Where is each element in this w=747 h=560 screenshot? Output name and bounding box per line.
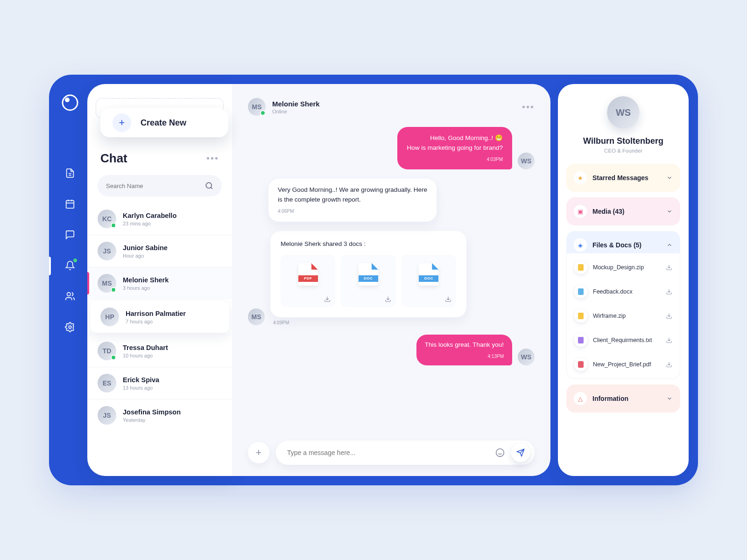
create-new-button[interactable]: + Create New [100, 108, 228, 137]
accordion-label: Media (43) [592, 208, 661, 215]
star-icon: ★ [574, 171, 587, 184]
calendar-icon[interactable] [65, 199, 75, 209]
contact-time: 13 hours ago [123, 385, 222, 391]
search-icon [205, 182, 213, 190]
file-name: Client_Requirments.txt [593, 337, 660, 343]
search-input[interactable] [106, 182, 192, 189]
notification-dot [73, 259, 77, 262]
file-row[interactable]: Mockup_Design.zip [567, 255, 680, 280]
file-icon: ◈ [574, 238, 587, 252]
download-icon[interactable] [445, 296, 451, 302]
nav-icons [65, 168, 75, 332]
download-icon[interactable] [666, 313, 672, 319]
contact-name: Harrison Palmatier [126, 310, 219, 317]
people-icon[interactable] [65, 291, 75, 301]
info-panel: WS Wilburn Stoltenberg CEO & Founder ★ S… [558, 84, 689, 476]
online-dot [260, 110, 266, 116]
file-row[interactable]: Feedback.docx [567, 280, 680, 304]
accordion-media[interactable]: ▣ Media (43) [566, 197, 680, 225]
settings-icon[interactable] [65, 322, 75, 332]
contact-time: Hour ago [123, 253, 222, 259]
chevron-down-icon [666, 175, 673, 181]
doc-tile[interactable]: DOC [402, 255, 456, 307]
contact-item[interactable]: KC Karlyn Carabello23 mins ago [87, 203, 232, 235]
messages: Hello, Good Morning..! 😁 How is marketin… [248, 127, 535, 433]
avatar: MS [98, 274, 116, 293]
file-row[interactable]: Client_Requirments.txt [567, 328, 680, 352]
avatar: HP [100, 308, 119, 326]
emoji-icon[interactable] [492, 444, 508, 461]
info-name: Wilburn Stoltenberg [583, 136, 663, 146]
shared-docs-card: Melonie Sherk shared 3 docs : PDF DOC DO… [270, 231, 466, 317]
download-icon[interactable] [385, 296, 391, 302]
accordion-information[interactable]: △ Information [566, 385, 680, 413]
avatar: WS [518, 153, 535, 169]
file-type-icon [574, 334, 587, 347]
contact-item[interactable]: TD Tressa Duhart10 hours ago [87, 335, 232, 367]
download-icon[interactable] [666, 361, 672, 368]
attach-button[interactable]: + [248, 442, 269, 463]
svg-point-4 [69, 326, 71, 329]
alert-icon: △ [574, 392, 587, 405]
more-icon[interactable]: ••• [522, 102, 535, 112]
download-icon[interactable] [324, 296, 331, 302]
image-icon: ▣ [574, 205, 587, 218]
files-list: Mockup_Design.zip Feedback.docx Wirframe… [566, 253, 680, 379]
accordion-label: Starred Messages [592, 174, 661, 182]
file-type-icon [574, 309, 587, 322]
bell-icon[interactable] [65, 260, 75, 271]
chat-icon[interactable] [65, 230, 75, 240]
avatar: JS [98, 242, 116, 260]
contact-time: Yesterday [123, 417, 222, 423]
logo [61, 93, 79, 112]
send-button[interactable] [511, 443, 530, 462]
conversation-name: Melonie Sherk [272, 100, 515, 108]
contact-name: Junior Sabine [123, 244, 222, 252]
composer: + [248, 441, 535, 465]
contact-item[interactable]: ES Erick Spiva13 hours ago [87, 367, 232, 399]
nav-active-marker [49, 257, 51, 275]
message-in: Very Good Morning..! We are growing grad… [268, 179, 535, 221]
online-dot [111, 287, 116, 293]
download-icon[interactable] [666, 288, 672, 295]
message-bubble: Hello, Good Morning..! 😁 How is marketin… [397, 127, 512, 169]
download-icon[interactable] [666, 264, 672, 271]
avatar: KC [98, 210, 116, 228]
message-input-wrap[interactable] [276, 441, 535, 465]
app-window: + Create New Chat ••• KC Karlyn Carabell… [49, 75, 698, 485]
accordion-label: Information [592, 395, 661, 402]
more-icon[interactable]: ••• [206, 153, 219, 164]
message-input[interactable] [287, 449, 492, 456]
contact-item[interactable]: MS Melonie Sherk3 hours ago [87, 267, 232, 299]
message-time: 4:03PM [407, 156, 503, 163]
contact-name: Erick Spiva [123, 376, 222, 384]
message-out: This looks great. Thank you! 4:13PM WS [248, 335, 535, 365]
plus-icon: + [113, 113, 131, 132]
doc-tile[interactable]: DOC [341, 255, 395, 307]
doc-tile[interactable]: PDF [281, 255, 335, 307]
chevron-down-icon [666, 208, 673, 215]
chevron-down-icon [666, 395, 673, 402]
contact-item[interactable]: HP Harrison Palmatier7 hours ago [90, 301, 229, 333]
file-name: Mockup_Design.zip [593, 264, 660, 271]
message-text: Very Good Morning..! We are growing grad… [278, 186, 427, 203]
contact-item[interactable]: JS Josefina SimpsonYesterday [87, 399, 232, 431]
search-field[interactable] [98, 175, 222, 196]
accordion-starred[interactable]: ★ Starred Messages [566, 164, 680, 192]
message-line: Hello, Good Morning..! 😁 [407, 133, 503, 143]
file-row[interactable]: New_Project_Brief.pdf [567, 352, 680, 377]
file-row[interactable]: Wirframe.zip [567, 304, 680, 328]
file-type-icon [574, 261, 587, 274]
contact-item[interactable]: JS Junior SabineHour ago [87, 235, 232, 267]
download-icon[interactable] [666, 337, 672, 343]
avatar: ES [98, 374, 116, 392]
online-dot [111, 223, 116, 228]
conversation-panel: MS Melonie Sherk Online ••• Hello, Good … [232, 84, 550, 476]
document-icon[interactable] [65, 168, 75, 178]
doc-tiles: PDF DOC DOC [281, 255, 456, 307]
chevron-up-icon [666, 242, 673, 248]
conversation-header: MS Melonie Sherk Online ••• [248, 98, 535, 116]
svg-point-1 [65, 98, 70, 102]
file-name: Feedback.docx [593, 288, 660, 295]
avatar: MS [248, 98, 266, 116]
